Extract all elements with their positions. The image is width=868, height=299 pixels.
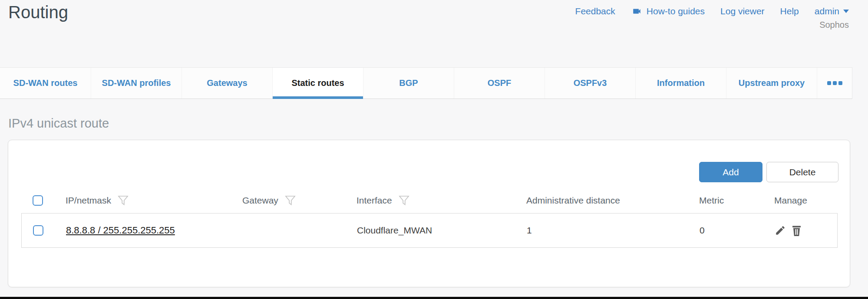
org-label: Sophos [819,20,849,30]
feedback-link[interactable]: Feedback [575,6,615,16]
route-admin-distance-cell: 1 [527,225,700,236]
tab-static-routes[interactable]: Static routes [272,68,363,99]
howto-guides-label: How-to guides [647,6,705,16]
delete-button[interactable]: Delete [766,162,838,182]
add-button[interactable]: Add [699,162,762,182]
filter-funnel-icon[interactable] [399,195,409,206]
route-ip-netmask-link[interactable]: 8.8.8.8 / 255.255.255.255 [66,225,175,236]
column-header-manage: Manage [774,195,807,206]
tab-sd-wan-routes[interactable]: SD-WAN routes [0,68,91,99]
log-viewer-link[interactable]: Log viewer [720,6,765,16]
tab-sd-wan-profiles[interactable]: SD-WAN profiles [91,68,182,99]
top-nav: Feedback How-to guides Log viewer Help a… [575,6,849,16]
chevron-down-icon [843,10,849,13]
filter-funnel-icon[interactable] [285,195,296,206]
tab-bgp[interactable]: BGP [363,68,454,99]
tab-gateways[interactable]: Gateways [182,68,272,99]
user-menu-label: admin [815,6,839,16]
help-label: Help [780,6,799,16]
tab-upstream-proxy[interactable]: Upstream proxy [726,68,817,99]
card-buttons: Add Delete [699,162,838,182]
screen-bottom-edge [0,297,868,299]
log-viewer-label: Log viewer [720,6,765,16]
tab-bar: SD-WAN routes SD-WAN profiles Gateways S… [0,67,852,99]
tab-information[interactable]: Information [635,68,726,99]
filter-funnel-icon[interactable] [118,195,129,206]
edit-pencil-icon[interactable] [775,225,786,236]
column-header-ip-netmask[interactable]: IP/netmask [66,195,111,206]
help-link[interactable]: Help [780,6,799,16]
feedback-link-label: Feedback [575,6,615,16]
ellipsis-icon [838,81,842,85]
route-interface-cell: Cloudflare_MWAN [357,225,527,236]
ellipsis-icon [833,81,837,85]
routes-card: Add Delete IP/netmask Gateway Interface … [8,140,850,287]
route-metric-cell: 0 [700,225,775,236]
video-camera-icon [631,7,643,16]
delete-trash-icon[interactable] [792,225,802,237]
tab-ospfv3[interactable]: OSPFv3 [545,68,635,99]
column-header-gateway[interactable]: Gateway [242,195,278,206]
user-menu[interactable]: admin [815,6,849,16]
ellipsis-icon [827,81,831,85]
howto-guides-link[interactable]: How-to guides [631,6,705,16]
column-header-interface[interactable]: Interface [356,195,392,206]
table-body: 8.8.8.8 / 255.255.255.255 Cloudflare_MWA… [21,213,838,248]
table-header-row: IP/netmask Gateway Interface Administrat… [21,189,838,212]
select-all-checkbox[interactable] [33,195,43,206]
page-title: Routing [8,3,68,22]
section-heading: IPv4 unicast route [8,116,109,131]
tabs-more-button[interactable] [817,68,852,99]
tab-ospf[interactable]: OSPF [454,68,545,99]
column-header-metric: Metric [699,195,724,206]
column-header-administrative-distance: Administrative distance [526,195,620,206]
table-row: 8.8.8.8 / 255.255.255.255 Cloudflare_MWA… [22,214,837,247]
row-checkbox[interactable] [33,225,43,236]
